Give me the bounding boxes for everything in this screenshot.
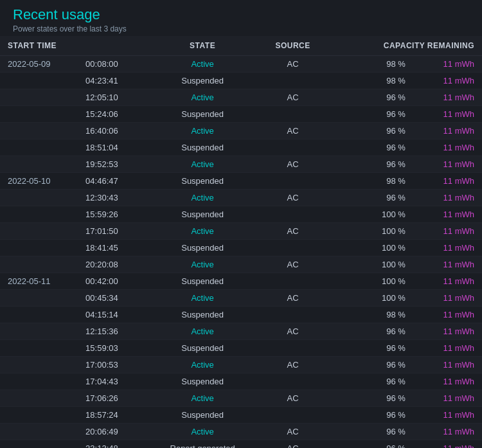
cell-time: 20:20:08: [78, 256, 147, 273]
table-row: 2022-05-0900:08:00ActiveAC98 %11 mWh: [0, 56, 482, 73]
cell-source: AC: [258, 223, 327, 240]
cell-mwh: 11 mWh: [413, 373, 482, 390]
table-row: 18:57:24Suspended96 %11 mWh: [0, 407, 482, 424]
cell-date: [0, 89, 78, 106]
cell-capacity: 96 %: [327, 89, 413, 106]
cell-mwh: 11 mWh: [413, 290, 482, 307]
cell-mwh: 11 mWh: [413, 190, 482, 206]
cell-mwh: 11 mWh: [413, 106, 482, 123]
cell-source: AC: [258, 323, 327, 340]
cell-state: Suspended: [147, 373, 258, 390]
table-row: 23:13:48Report generatedAC96 %11 mWh: [0, 440, 482, 449]
cell-source: [258, 273, 327, 290]
table-row: 17:04:43Suspended96 %11 mWh: [0, 373, 482, 390]
cell-state: Active: [147, 424, 258, 440]
cell-date: [0, 106, 78, 123]
table-row: 17:06:26ActiveAC96 %11 mWh: [0, 390, 482, 407]
cell-source: AC: [258, 89, 327, 106]
cell-source: AC: [258, 56, 327, 73]
cell-mwh: 11 mWh: [413, 139, 482, 156]
cell-date: [0, 407, 78, 424]
cell-mwh: 11 mWh: [413, 173, 482, 190]
cell-state: Suspended: [147, 273, 258, 290]
table-row: 19:52:53ActiveAC96 %11 mWh: [0, 156, 482, 173]
cell-mwh: 11 mWh: [413, 390, 482, 407]
cell-state: Report generated: [147, 440, 258, 449]
cell-capacity: 100 %: [327, 206, 413, 223]
cell-time: 23:13:48: [78, 440, 147, 449]
cell-time: 19:52:53: [78, 156, 147, 173]
cell-source: [258, 139, 327, 156]
cell-time: 18:41:45: [78, 240, 147, 256]
cell-capacity: 96 %: [327, 156, 413, 173]
page-title: Recent usage: [13, 6, 469, 23]
cell-capacity: 96 %: [327, 440, 413, 449]
cell-state: Suspended: [147, 407, 258, 424]
col-header-state: STATE: [147, 36, 258, 56]
table-row: 04:23:41Suspended98 %11 mWh: [0, 73, 482, 89]
cell-state: Active: [147, 89, 258, 106]
table-row: 12:05:10ActiveAC96 %11 mWh: [0, 89, 482, 106]
cell-date: [0, 424, 78, 440]
cell-capacity: 98 %: [327, 56, 413, 73]
cell-state: Active: [147, 256, 258, 273]
cell-mwh: 11 mWh: [413, 440, 482, 449]
cell-capacity: 100 %: [327, 273, 413, 290]
cell-mwh: 11 mWh: [413, 89, 482, 106]
cell-time: 15:24:06: [78, 106, 147, 123]
cell-capacity: 98 %: [327, 173, 413, 190]
cell-time: 00:08:00: [78, 56, 147, 73]
cell-time: 18:51:04: [78, 139, 147, 156]
table-row: 15:59:03Suspended96 %11 mWh: [0, 340, 482, 357]
cell-capacity: 96 %: [327, 407, 413, 424]
cell-mwh: 11 mWh: [413, 323, 482, 340]
cell-date: [0, 340, 78, 357]
table-row: 2022-05-1004:46:47Suspended98 %11 mWh: [0, 173, 482, 190]
cell-date: [0, 156, 78, 173]
cell-date: [0, 390, 78, 407]
cell-capacity: 100 %: [327, 240, 413, 256]
cell-mwh: 11 mWh: [413, 424, 482, 440]
cell-capacity: 96 %: [327, 106, 413, 123]
page-header: Recent usage Power states over the last …: [0, 0, 482, 36]
cell-capacity: 98 %: [327, 73, 413, 89]
table-row: 20:20:08ActiveAC100 %11 mWh: [0, 256, 482, 273]
cell-source: AC: [258, 290, 327, 307]
cell-source: [258, 340, 327, 357]
table-row: 04:15:14Suspended98 %11 mWh: [0, 307, 482, 323]
cell-time: 17:06:26: [78, 390, 147, 407]
table-row: 17:00:53ActiveAC96 %11 mWh: [0, 357, 482, 373]
cell-source: AC: [258, 123, 327, 139]
cell-state: Active: [147, 223, 258, 240]
cell-state: Active: [147, 323, 258, 340]
cell-capacity: 100 %: [327, 256, 413, 273]
cell-mwh: 11 mWh: [413, 273, 482, 290]
cell-source: [258, 240, 327, 256]
cell-date: [0, 307, 78, 323]
cell-source: [258, 106, 327, 123]
cell-mwh: 11 mWh: [413, 340, 482, 357]
cell-capacity: 96 %: [327, 123, 413, 139]
cell-date: [0, 240, 78, 256]
cell-state: Active: [147, 156, 258, 173]
cell-time: 20:06:49: [78, 424, 147, 440]
cell-capacity: 100 %: [327, 223, 413, 240]
cell-source: AC: [258, 424, 327, 440]
table-row: 00:45:34ActiveAC100 %11 mWh: [0, 290, 482, 307]
cell-source: AC: [258, 390, 327, 407]
table-row: 15:24:06Suspended96 %11 mWh: [0, 106, 482, 123]
cell-date: [0, 373, 78, 390]
cell-state: Suspended: [147, 206, 258, 223]
cell-date: [0, 206, 78, 223]
cell-mwh: 11 mWh: [413, 56, 482, 73]
cell-mwh: 11 mWh: [413, 73, 482, 89]
cell-source: [258, 307, 327, 323]
cell-capacity: 96 %: [327, 323, 413, 340]
cell-source: AC: [258, 156, 327, 173]
cell-date: 2022-05-11: [0, 273, 78, 290]
cell-state: Active: [147, 123, 258, 139]
cell-source: AC: [258, 357, 327, 373]
cell-time: 04:46:47: [78, 173, 147, 190]
page-subtitle: Power states over the last 3 days: [13, 24, 469, 33]
cell-capacity: 100 %: [327, 290, 413, 307]
